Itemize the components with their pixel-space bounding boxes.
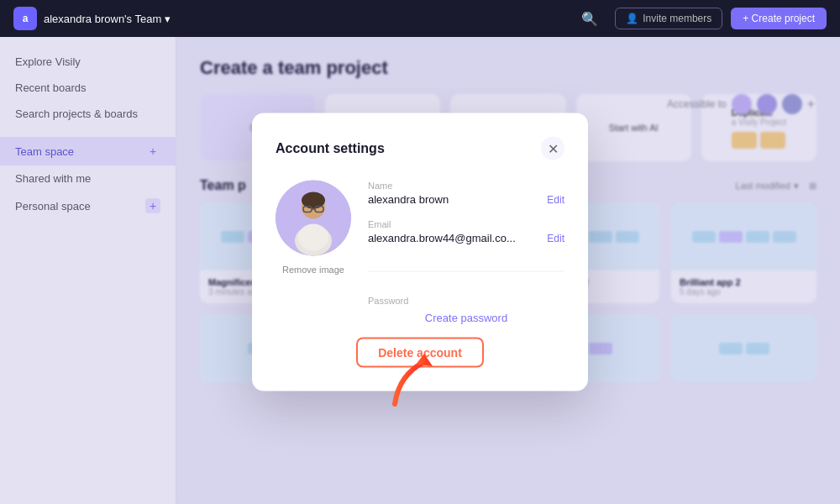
email-edit-button[interactable]: Edit	[547, 232, 564, 244]
avatar-image	[276, 181, 351, 256]
create-project-button[interactable]: + Create project	[731, 8, 827, 29]
fields-section: Name alexandra brown Edit Email alexandr…	[368, 181, 564, 324]
name-label: Name	[368, 181, 564, 191]
team-logo: a	[13, 7, 37, 30]
top-nav: a alexandra brown's Team ▾ 🔍 👤 Invite me…	[0, 0, 840, 37]
invite-members-button[interactable]: 👤 Invite members	[615, 8, 722, 29]
name-edit-button[interactable]: Edit	[547, 193, 564, 205]
name-field-group: Name alexandra brown Edit	[368, 181, 564, 206]
svg-point-7	[298, 224, 328, 251]
name-row: alexandra brown Edit	[368, 193, 564, 206]
create-password-button[interactable]: Create password	[368, 312, 564, 324]
delete-account-button[interactable]: Delete account	[356, 338, 484, 368]
modal-close-button[interactable]: ✕	[541, 137, 564, 160]
email-field-group: Email alexandra.brow44@gmail.co... Edit	[368, 219, 564, 244]
modal-divider	[368, 271, 564, 272]
password-label: Password	[368, 296, 564, 306]
avatar	[276, 181, 351, 256]
team-name-label: alexandra brown's Team ▾	[44, 13, 171, 25]
avatar-section: Remove image	[276, 181, 351, 324]
modal-header: Account settings ✕	[276, 137, 564, 160]
password-field-group: Password Create password	[368, 296, 564, 324]
email-value: alexandra.brow44@gmail.co...	[368, 232, 516, 244]
modal-title: Account settings	[276, 141, 385, 156]
remove-image-button[interactable]: Remove image	[282, 265, 344, 275]
modal-body: Remove image Name alexandra brown Edit E…	[276, 181, 564, 324]
email-label: Email	[368, 219, 564, 229]
invite-icon: 👤	[626, 13, 638, 24]
search-icon[interactable]: 🔍	[581, 11, 598, 27]
delete-account-section: Delete account	[276, 338, 564, 368]
name-value: alexandra brown	[368, 193, 449, 206]
email-row: alexandra.brow44@gmail.co... Edit	[368, 232, 564, 244]
account-settings-modal: Account settings ✕	[252, 113, 588, 391]
